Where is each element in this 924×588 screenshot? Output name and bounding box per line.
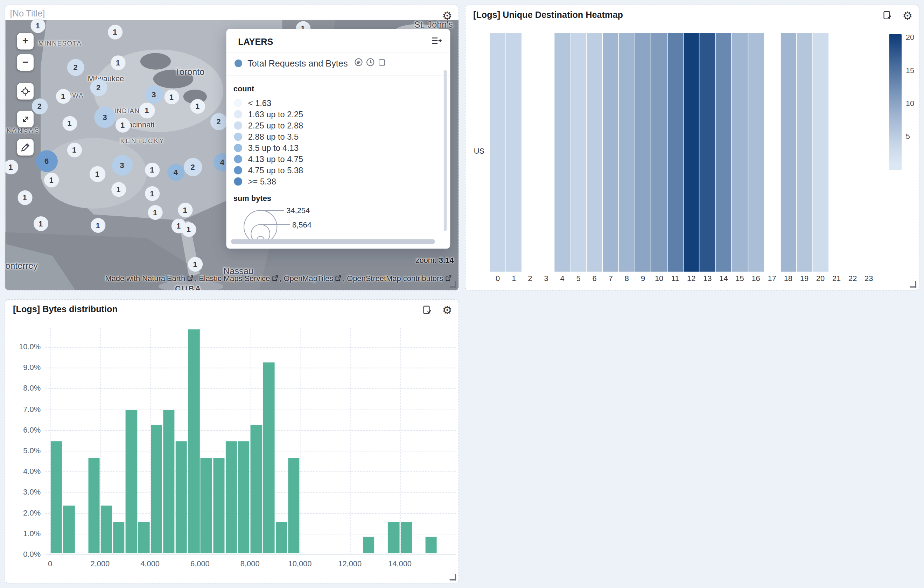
- histogram-bar[interactable]: [213, 458, 225, 553]
- heatmap-cell-hour-2[interactable]: [522, 33, 538, 272]
- heatmap-cell-hour-13[interactable]: [700, 33, 716, 272]
- heatmap-cell-hour-0[interactable]: [490, 33, 506, 272]
- cluster-marker[interactable]: 4: [167, 164, 184, 181]
- cluster-marker[interactable]: 1: [148, 205, 162, 220]
- cluster-marker[interactable]: 2: [67, 59, 84, 76]
- attribution-link[interactable]: OpenMapTiles: [284, 274, 333, 283]
- histogram-bar[interactable]: [63, 506, 74, 553]
- cluster-marker[interactable]: 1: [164, 89, 179, 104]
- cluster-marker[interactable]: 2: [90, 79, 107, 96]
- cluster-marker[interactable]: 1: [115, 117, 130, 132]
- fit-to-data-icon[interactable]: [17, 111, 34, 127]
- histogram-bar[interactable]: [263, 363, 275, 553]
- histogram-bar[interactable]: [51, 441, 62, 553]
- resize-handle[interactable]: [450, 281, 456, 288]
- attribution-link[interactable]: Made with NaturalEarth: [105, 274, 185, 283]
- heatmap-cell-hour-22[interactable]: [845, 33, 861, 272]
- cluster-marker[interactable]: 1: [89, 166, 105, 182]
- cluster-marker[interactable]: 1: [111, 55, 125, 69]
- heatmap-cell-hour-4[interactable]: [554, 33, 571, 272]
- resize-handle[interactable]: [450, 574, 456, 581]
- cluster-marker[interactable]: 1: [62, 116, 77, 130]
- layer-time-icon[interactable]: [366, 58, 375, 69]
- histogram-bar[interactable]: [150, 425, 162, 553]
- heatmap-cell-hour-15[interactable]: [732, 33, 748, 272]
- attribution-link[interactable]: Elastic Maps Service: [199, 274, 270, 283]
- heatmap-cell-hour-19[interactable]: [797, 33, 813, 272]
- heatmap-cell-hour-9[interactable]: [635, 33, 651, 272]
- cluster-marker[interactable]: 1: [44, 172, 58, 187]
- histogram-bar[interactable]: [426, 537, 437, 553]
- heatmap-cell-hour-17[interactable]: [764, 33, 780, 272]
- heatmap-cell-hour-1[interactable]: [506, 33, 522, 272]
- cluster-marker[interactable]: 3: [94, 107, 116, 128]
- heatmap-cell-hour-6[interactable]: [587, 33, 603, 272]
- histogram-bar[interactable]: [251, 425, 262, 553]
- histogram-bar[interactable]: [400, 522, 412, 553]
- layer-legend-icon[interactable]: [354, 58, 363, 69]
- cluster-marker[interactable]: 2: [183, 157, 201, 176]
- cluster-marker[interactable]: 3: [145, 85, 163, 103]
- heatmap-cell-hour-21[interactable]: [829, 33, 845, 272]
- cluster-marker[interactable]: 1: [56, 89, 70, 103]
- cluster-marker[interactable]: 1: [145, 162, 159, 177]
- save-to-library-icon[interactable]: [420, 302, 435, 318]
- histogram-bar[interactable]: [201, 458, 212, 553]
- cluster-marker[interactable]: 6: [36, 150, 58, 172]
- histogram-bar[interactable]: [388, 522, 400, 553]
- cluster-marker[interactable]: 3: [112, 155, 132, 175]
- cluster-marker[interactable]: 1: [111, 182, 125, 197]
- panel-settings-gear-icon[interactable]: ⚙: [440, 8, 455, 23]
- panel-title-heatmap[interactable]: [Logs] Unique Destination Heatmap: [473, 10, 623, 20]
- histogram-bar[interactable]: [188, 329, 200, 553]
- histogram-bar[interactable]: [113, 522, 125, 553]
- save-to-library-icon[interactable]: [880, 8, 895, 23]
- panel-title-map[interactable]: [No Title]: [10, 8, 45, 18]
- heatmap-cell-hour-23[interactable]: [861, 33, 877, 272]
- histogram-bar[interactable]: [276, 522, 287, 553]
- histogram-bar[interactable]: [88, 458, 100, 553]
- histogram-bar[interactable]: [138, 522, 150, 553]
- histogram-bar[interactable]: [363, 537, 375, 553]
- resize-handle[interactable]: [910, 281, 917, 288]
- zoom-out-button[interactable]: −: [17, 54, 34, 71]
- heatmap-color-legend[interactable]: [889, 34, 902, 170]
- collapse-layers-icon[interactable]: [431, 36, 442, 46]
- cluster-marker[interactable]: 1: [181, 222, 196, 236]
- cluster-marker[interactable]: 2: [210, 113, 227, 130]
- layer-row[interactable]: Total Requests and Bytes: [226, 53, 450, 76]
- cluster-marker[interactable]: 1: [139, 102, 155, 118]
- cluster-marker[interactable]: 1: [30, 18, 45, 33]
- panel-settings-gear-icon[interactable]: ⚙: [900, 8, 915, 23]
- cluster-marker[interactable]: 1: [178, 202, 193, 217]
- horizontal-scrollbar[interactable]: [231, 239, 435, 244]
- cluster-marker[interactable]: 1: [145, 186, 159, 201]
- heatmap-cell-hour-8[interactable]: [619, 33, 635, 272]
- heatmap-cell-hour-5[interactable]: [571, 33, 587, 272]
- cluster-marker[interactable]: 1: [18, 190, 32, 205]
- draw-tools-icon[interactable]: [17, 139, 34, 155]
- heatmap-cell-hour-11[interactable]: [667, 33, 683, 272]
- heatmap-cell-hour-3[interactable]: [538, 33, 554, 272]
- panel-settings-gear-icon[interactable]: ⚙: [440, 302, 455, 318]
- histogram-bar[interactable]: [238, 441, 249, 553]
- cluster-marker[interactable]: 1: [190, 99, 205, 113]
- histogram-bar[interactable]: [226, 441, 237, 553]
- panel-title-bytes[interactable]: [Logs] Bytes distribution: [13, 304, 117, 314]
- layer-checkbox-icon[interactable]: [378, 58, 386, 69]
- cluster-marker[interactable]: 1: [5, 159, 18, 174]
- cluster-marker[interactable]: 2: [31, 98, 47, 114]
- histogram-bar[interactable]: [101, 506, 112, 553]
- cluster-marker[interactable]: 1: [188, 256, 202, 271]
- heatmap-cell-hour-12[interactable]: [683, 33, 700, 272]
- heatmap-cell-hour-14[interactable]: [716, 33, 732, 272]
- histogram-bar[interactable]: [163, 410, 175, 553]
- attribution-link[interactable]: OpenStreetMap contributors: [347, 274, 443, 283]
- heatmap-cell-hour-20[interactable]: [813, 33, 829, 272]
- set-view-crosshair-icon[interactable]: [17, 83, 34, 99]
- vertical-scrollbar[interactable]: [444, 70, 447, 231]
- histogram-bar[interactable]: [125, 410, 137, 553]
- heatmap-cell-hour-18[interactable]: [780, 33, 797, 272]
- heatmap-cell-hour-7[interactable]: [603, 33, 619, 272]
- heatmap-cell-hour-10[interactable]: [651, 33, 667, 272]
